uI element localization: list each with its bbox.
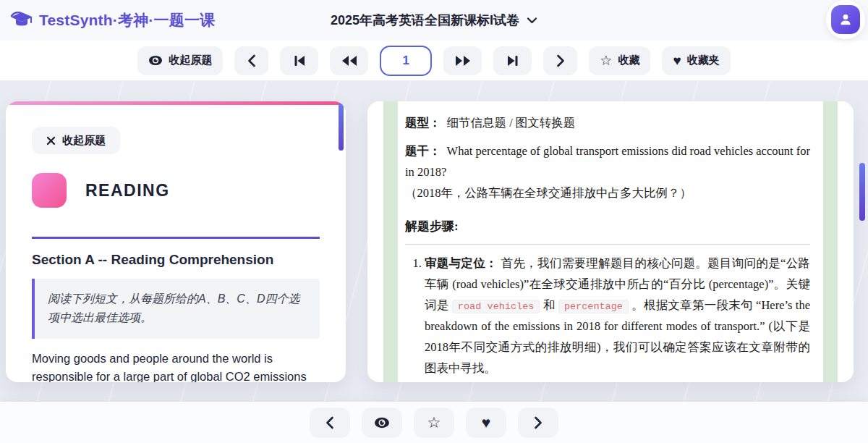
chevron-left-icon — [326, 416, 334, 429]
reading-title-row: READING — [32, 173, 320, 208]
question-type-value: 细节信息题 / 图文转换题 — [447, 116, 576, 130]
rewind-button[interactable] — [330, 46, 368, 75]
stem-label: 题干： — [405, 144, 441, 158]
skip-to-last-button[interactable] — [493, 46, 532, 75]
collapse-question-label: 收起原题 — [169, 54, 212, 67]
skip-end-icon — [506, 54, 519, 67]
inline-code: road vehicles — [452, 300, 540, 313]
fast-forward-icon — [454, 55, 472, 67]
analysis-panel: 题型：细节信息题 / 图文转换题 题干：What percentage of g… — [367, 101, 854, 382]
app-root: TestSynth·考神·一题一课 2025年高考英语全国新课标I试卷 — [0, 0, 868, 443]
prev-button[interactable] — [234, 46, 268, 75]
stem-line: 题干：What percentage of global transport e… — [405, 141, 810, 204]
chevron-right-icon — [556, 54, 565, 67]
solution-steps: 审题与定位：首先，我们需要理解题目的核心问题。题目询问的是“公路车辆 (road… — [405, 253, 810, 382]
graduation-cap-icon — [10, 11, 33, 30]
chevron-right-icon — [534, 416, 542, 429]
favorite-button[interactable]: ☆ 收藏 — [589, 46, 650, 75]
question-type-label: 题型： — [405, 116, 441, 130]
skip-start-icon — [293, 54, 306, 67]
avatar-disc — [826, 0, 865, 39]
fast-forward-button[interactable] — [443, 46, 482, 75]
bottom-toggle-question-button[interactable] — [362, 408, 402, 438]
step-text: 和 — [540, 298, 558, 312]
question-type-line: 题型：细节信息题 / 图文转换题 — [405, 113, 810, 134]
page-scrollbar-thumb[interactable] — [859, 163, 865, 221]
stem-zh: （2018年，公路车辆在全球交通排放中占多大比例？） — [405, 183, 810, 204]
reading-panel: 收起原题 READING Section A -- Reading Compre… — [6, 101, 346, 382]
favorite-label: 收藏 — [618, 54, 639, 67]
favorites-folder-button[interactable]: ♥ 收藏夹 — [662, 46, 730, 75]
instructions-quote: 阅读下列短文，从每题所给的A、B、C、D四个选项中选出最佳选项。 — [32, 279, 320, 339]
green-margin-stripe-left — [383, 101, 398, 382]
step-label: 审题与定位： — [425, 256, 498, 270]
steps-heading: 解题步骤: — [405, 216, 810, 237]
reading-scrollbar-thumb[interactable] — [339, 103, 344, 151]
collapse-question-button[interactable]: 收起原题 — [137, 46, 223, 75]
toolbar: 收起原题 — [0, 41, 868, 81]
inline-code: percentage — [558, 300, 629, 313]
stem-en: What percentage of global transport emis… — [405, 144, 810, 179]
panel-collapse-button[interactable]: 收起原题 — [32, 127, 120, 154]
close-icon — [46, 136, 56, 145]
section-divider — [32, 237, 320, 239]
eye-icon — [374, 417, 390, 429]
favorites-folder-label: 收藏夹 — [687, 54, 720, 67]
solution-step: 审题与定位：首先，我们需要理解题目的核心问题。题目询问的是“公路车辆 (road… — [425, 253, 810, 379]
logo: TestSynth·考神·一题一课 — [10, 10, 215, 30]
green-margin-stripe-right — [823, 101, 838, 382]
bottom-toolbar: ☆ ♥ — [0, 402, 868, 443]
star-icon: ☆ — [427, 415, 441, 430]
header: TestSynth·考神·一题一课 2025年高考英语全国新课标I试卷 — [0, 0, 868, 41]
skip-to-first-button[interactable] — [280, 46, 318, 75]
avatar-button[interactable] — [831, 5, 860, 34]
star-icon: ☆ — [600, 54, 612, 67]
bottom-next-button[interactable] — [518, 408, 558, 438]
page-number-input[interactable] — [380, 46, 432, 76]
reading-badge-icon — [32, 173, 67, 208]
heart-icon: ♥ — [482, 415, 490, 430]
chevron-down-icon[interactable] — [527, 17, 537, 24]
bottom-favorite-button[interactable]: ☆ — [414, 408, 454, 438]
app-title: TestSynth·考神·一题一课 — [39, 10, 215, 30]
bottom-prev-button[interactable] — [310, 408, 350, 438]
next-button[interactable] — [543, 46, 577, 75]
panel-collapse-label: 收起原题 — [62, 134, 106, 148]
steps-divider — [405, 244, 810, 245]
analysis-content: 题型：细节信息题 / 图文转换题 题干：What percentage of g… — [405, 113, 810, 382]
reading-title: READING — [85, 181, 170, 201]
chevron-left-icon — [247, 54, 256, 67]
eye-icon — [148, 55, 163, 66]
rewind-icon — [341, 55, 358, 67]
paper-title[interactable]: 2025年高考英语全国新课标I试卷 — [331, 12, 519, 29]
heart-icon: ♥ — [673, 54, 681, 67]
bottom-favorites-folder-button[interactable]: ♥ — [466, 408, 506, 438]
person-icon — [838, 12, 853, 27]
section-heading: Section A -- Reading Comprehension — [32, 252, 320, 268]
passage-text: Moving goods and people around the world… — [32, 350, 320, 382]
